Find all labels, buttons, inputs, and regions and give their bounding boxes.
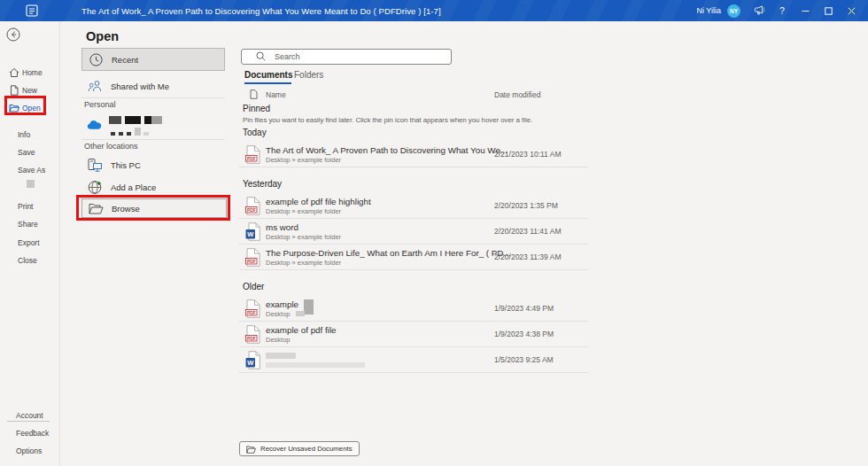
- place-item-label: This PC: [111, 160, 141, 170]
- svg-text:W: W: [247, 359, 254, 367]
- browse-folder-icon: [88, 203, 104, 214]
- file-row[interactable]: W1/5/2023 9:25 AM: [239, 347, 588, 373]
- place-item-browse[interactable]: Browse: [81, 198, 227, 218]
- sidebar-item-label: Close: [18, 256, 37, 265]
- search-placeholder: Search: [275, 52, 300, 61]
- place-item-this-pc[interactable]: This PC: [81, 154, 225, 175]
- file-path: Desktop: [266, 310, 291, 318]
- file-path: Desktop » example folder: [266, 156, 341, 164]
- sidebar-item-account[interactable]: Account: [0, 408, 60, 423]
- new-document-icon: [9, 85, 19, 96]
- file-name: example of pdf file: [266, 325, 337, 335]
- file-date: 1/9/2023 4:38 PM: [494, 330, 554, 338]
- file-date: 2/21/2023 10:11 AM: [494, 150, 561, 159]
- divider: [81, 139, 225, 140]
- pdf-file-icon: PDF: [245, 325, 260, 347]
- file-row[interactable]: Wms wordDesktop » example folder2/20/202…: [239, 219, 588, 245]
- file-row[interactable]: PDFThe Art of Work_ A Proven Path to Dis…: [239, 142, 588, 167]
- file-name: ms word: [266, 222, 298, 232]
- user-avatar[interactable]: NY: [727, 4, 740, 18]
- sidebar-item-print[interactable]: Print: [0, 199, 60, 214]
- sidebar-item-label: Open: [22, 104, 41, 113]
- place-item-label: Browse: [112, 204, 140, 214]
- home-icon: [9, 67, 19, 78]
- sidebar-item-label: Export: [18, 238, 40, 247]
- back-button[interactable]: [0, 27, 60, 42]
- svg-text:W: W: [247, 230, 254, 238]
- file-row[interactable]: PDFexample of pdf file highlightDesktop …: [239, 193, 588, 219]
- sidebar-item-info[interactable]: Info: [0, 128, 60, 142]
- word-app-icon: [26, 4, 38, 17]
- place-item-onedrive[interactable]: [81, 113, 225, 137]
- file-date: 2/20/2023 11:39 AM: [494, 252, 561, 261]
- sidebar-item-feedback[interactable]: Feedback: [0, 426, 60, 440]
- place-item-label: Recent: [112, 55, 138, 65]
- minimize-button[interactable]: [795, 0, 815, 21]
- close-button[interactable]: [841, 0, 861, 21]
- file-row[interactable]: PDFexampleDesktop1/9/2023 4:49 PM: [239, 296, 588, 322]
- tab-documents[interactable]: Documents: [244, 70, 292, 80]
- sidebar-item-new[interactable]: New: [0, 83, 60, 97]
- file-path: Desktop » example folder: [266, 207, 341, 215]
- page-title: Open: [86, 29, 119, 43]
- whats-new-megaphone-icon[interactable]: [749, 0, 769, 21]
- sidebar-item-label: Share: [18, 220, 38, 229]
- redaction-block: [304, 299, 314, 315]
- sidebar-item-save[interactable]: Save: [0, 145, 60, 159]
- place-item-add-a-place[interactable]: Add a Place: [81, 176, 225, 198]
- addin-placeholder-icon[interactable]: [27, 180, 35, 188]
- active-tab-underline: [244, 82, 291, 84]
- personal-section-label: Personal: [84, 100, 116, 109]
- file-group-older: OlderPDFexampleDesktop1/9/2023 4:49 PMPD…: [239, 282, 588, 373]
- group-title: Yesterday: [243, 179, 588, 190]
- file-date: 1/5/2023 9:25 AM: [494, 355, 554, 364]
- file-groups: TodayPDFThe Art of Work_ A Proven Path t…: [239, 128, 588, 384]
- open-folder-icon: [9, 103, 19, 113]
- svg-text:PDF: PDF: [247, 260, 256, 264]
- sidebar-item-label: Save As: [18, 166, 45, 175]
- column-header-date-modified[interactable]: Date modified: [494, 90, 540, 99]
- maximize-button[interactable]: [818, 0, 838, 21]
- pdf-file-icon: PDF: [245, 145, 260, 167]
- sidebar-item-label: Print: [18, 202, 33, 211]
- column-header-name[interactable]: Name: [266, 90, 286, 99]
- sidebar-item-close[interactable]: Close: [0, 253, 60, 268]
- file-row[interactable]: PDFexample of pdf fileDesktop1/9/2023 4:…: [239, 322, 588, 347]
- place-item-shared-with-me[interactable]: Shared with Me: [81, 75, 225, 97]
- redaction-block: [266, 362, 365, 368]
- sidebar-item-open[interactable]: Open: [0, 101, 60, 115]
- group-title: Today: [243, 128, 588, 138]
- search-input[interactable]: Search: [241, 49, 452, 65]
- place-item-label: Shared with Me: [111, 82, 169, 91]
- sidebar-item-export[interactable]: Export: [0, 236, 60, 250]
- user-name[interactable]: Ni Yilia: [696, 6, 721, 15]
- sidebar-item-save-as[interactable]: Save As: [0, 163, 60, 177]
- place-item-recent[interactable]: Recent: [81, 48, 225, 71]
- sidebar-item-label: Save: [18, 148, 35, 157]
- sidebar-item-label: Home: [22, 68, 43, 77]
- tab-folders[interactable]: Folders: [294, 70, 323, 80]
- word-backstage-window: The Art of Work_ A Proven Path to Discov…: [0, 0, 868, 466]
- search-icon: [256, 49, 266, 65]
- place-item-label: Add a Place: [111, 183, 156, 192]
- sidebar-item-home[interactable]: Home: [0, 66, 60, 80]
- pdf-file-icon: PDF: [245, 299, 260, 322]
- sidebar-item-options[interactable]: Options: [0, 444, 60, 458]
- pinned-section-title: Pinned: [243, 104, 270, 113]
- file-path: Desktop » example folder: [266, 259, 341, 267]
- onedrive-cloud-icon: [87, 119, 103, 131]
- redacted-onedrive-account: [109, 114, 189, 136]
- file-row[interactable]: PDFThe Purpose-Driven Life_ What on Eart…: [239, 245, 588, 270]
- sidebar-item-share[interactable]: Share: [0, 217, 60, 231]
- file-path: Desktop » example folder: [266, 233, 341, 241]
- backstage-sidebar: Home New Open Info Save Save As Print Sh…: [0, 21, 60, 466]
- svg-text:PDF: PDF: [247, 208, 256, 213]
- recover-unsaved-documents-button[interactable]: Recover Unsaved Documents: [239, 441, 360, 456]
- file-date: 2/20/2023 11:41 AM: [494, 227, 561, 236]
- help-button[interactable]: ?: [772, 0, 792, 21]
- sidebar-item-label: Info: [18, 130, 30, 139]
- redaction-block: [296, 311, 305, 316]
- file-name: example of pdf file highlight: [266, 197, 371, 206]
- sidebar-item-label: Account: [16, 411, 43, 420]
- file-group-yesterday: YesterdayPDFexample of pdf file highligh…: [239, 179, 588, 270]
